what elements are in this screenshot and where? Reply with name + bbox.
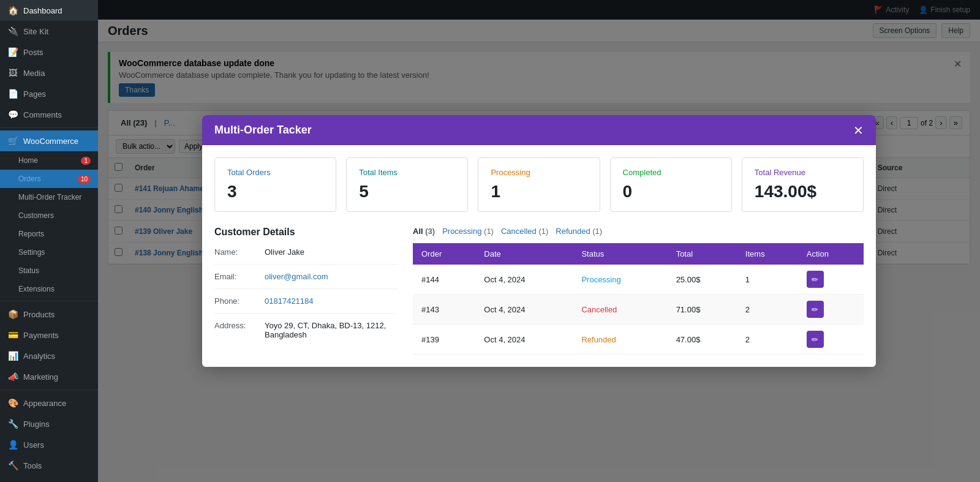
sidebar-item-label: Comments (23, 110, 62, 119)
sidebar-sub-label: Reports (18, 230, 44, 238)
sidebar-sub-label: Orders (18, 175, 41, 183)
detail-edit-button[interactable]: ✏ (807, 301, 824, 318)
detail-col-status: Status (573, 243, 667, 265)
stat-value: 1 (491, 182, 587, 201)
sidebar-item-users[interactable]: 👤 Users (0, 434, 98, 455)
customer-name-field: Name: Oliver Jake (214, 247, 398, 265)
pages-icon: 📄 (7, 88, 18, 99)
sidebar-sub-label: Multi-Order Tracker (18, 193, 81, 201)
sidebar-sub-label: Status (18, 266, 39, 275)
home-badge: 1 (81, 157, 91, 165)
detail-edit-button[interactable]: ✏ (807, 331, 824, 348)
detail-status: Processing (581, 275, 620, 284)
sidebar-item-pages[interactable]: 📄 Pages (0, 83, 98, 104)
table-row: #139 Oct 4, 2024 Refunded 47.00$ 2 ✏ (413, 325, 864, 355)
detail-col-order: Order (413, 243, 475, 265)
filter-tab-refunded[interactable]: Refunded (1) (556, 227, 602, 236)
payments-icon: 💳 (7, 329, 18, 341)
sidebar-subitem-settings[interactable]: Settings (0, 243, 98, 262)
sidebar-subitem-home[interactable]: Home 1 (0, 151, 98, 170)
phone-link[interactable]: 01817421184 (265, 296, 314, 306)
sidebar-item-products[interactable]: 📦 Products (0, 304, 98, 325)
address-value: Yoyo 29, CT, Dhaka, BD-13, 1212, Banglad… (265, 321, 398, 339)
sidebar-item-label: Plugins (23, 420, 50, 429)
sidebar-item-payments[interactable]: 💳 Payments (0, 325, 98, 345)
address-label: Address: (214, 321, 257, 339)
detail-total: 47.00$ (668, 325, 737, 355)
sidebar-item-media[interactable]: 🖼 Media (0, 62, 98, 83)
dashboard-icon: 🏠 (7, 5, 18, 16)
modal-title: Multi-Order Tacker (214, 124, 312, 137)
modal-overlay: Multi-Order Tacker ✕ Total Orders 3 Tota… (98, 0, 980, 482)
customer-phone-field: Phone: 01817421184 (214, 296, 398, 314)
sidebar-item-label: Marketing (23, 372, 58, 382)
email-link[interactable]: oliver@gmail.com (265, 272, 328, 281)
plugins-icon: 🔧 (7, 418, 18, 429)
detail-col-total: Total (668, 243, 737, 265)
sidebar-subitem-status[interactable]: Status (0, 262, 98, 280)
filter-count: (1) (484, 227, 494, 236)
filter-tab-processing[interactable]: Processing (1) (442, 227, 494, 236)
sidebar-subitem-orders[interactable]: Orders 10 (0, 170, 98, 188)
table-row: #143 Oct 4, 2024 Cancelled 71.00$ 2 ✏ (413, 295, 864, 325)
sidebar-item-label: Posts (23, 48, 43, 57)
filter-tab-all[interactable]: All (3) (413, 227, 435, 236)
modal-lower: Customer Details Name: Oliver Jake Email… (214, 227, 864, 355)
sidebar-subitem-multiorder[interactable]: Multi-Order Tracker (0, 188, 98, 206)
sitekit-icon: 🔌 (7, 26, 18, 37)
detail-status: Cancelled (581, 305, 617, 314)
orders-detail-table: Order Date Status Total Items Action (413, 243, 864, 355)
detail-items: 2 (737, 325, 798, 355)
detail-col-action: Action (798, 243, 864, 265)
email-label: Email: (214, 272, 257, 281)
sidebar-subitem-extensions[interactable]: Extensions (0, 280, 98, 298)
tools-icon: 🔨 (7, 460, 18, 471)
sidebar-subitem-customers[interactable]: Customers (0, 206, 98, 225)
detail-date: Oct 4, 2024 (475, 325, 573, 355)
filter-tab-cancelled[interactable]: Cancelled (1) (501, 227, 548, 236)
detail-total: 25.00$ (668, 265, 737, 295)
stat-total-orders: Total Orders 3 (214, 157, 336, 212)
sidebar-item-analytics[interactable]: 📊 Analytics (0, 345, 98, 366)
sidebar-item-woocommerce[interactable]: 🛒 WooCommerce (0, 130, 98, 151)
posts-icon: 📝 (7, 47, 18, 58)
sidebar-item-posts[interactable]: 📝 Posts (0, 42, 98, 62)
sidebar-item-label: Dashboard (23, 6, 62, 15)
sidebar-item-tools[interactable]: 🔨 Tools (0, 455, 98, 476)
sidebar-item-label: Site Kit (23, 27, 48, 36)
table-row: #144 Oct 4, 2024 Processing 25.00$ 1 ✏ (413, 265, 864, 295)
appearance-icon: 🎨 (7, 397, 18, 409)
sidebar-item-marketing[interactable]: 📣 Marketing (0, 366, 98, 387)
sidebar-item-sitekit[interactable]: 🔌 Site Kit (0, 21, 98, 42)
detail-date: Oct 4, 2024 (475, 295, 573, 325)
modal-close-button[interactable]: ✕ (853, 124, 864, 137)
sidebar-item-appearance[interactable]: 🎨 Appearance (0, 393, 98, 413)
sidebar-item-settings2[interactable]: ⚙ Settings (0, 476, 98, 482)
sidebar-item-plugins[interactable]: 🔧 Plugins (0, 413, 98, 434)
stat-label: Total Orders (227, 168, 323, 177)
sidebar-subitem-reports[interactable]: Reports (0, 225, 98, 243)
filter-count: (1) (538, 227, 548, 236)
detail-col-items: Items (737, 243, 798, 265)
products-icon: 📦 (7, 309, 18, 320)
sidebar-item-label: Analytics (23, 352, 55, 361)
sidebar-item-label: Tools (23, 461, 42, 470)
sidebar-item-label: Payments (23, 331, 59, 340)
name-label: Name: (214, 247, 257, 257)
sidebar-item-comments[interactable]: 💬 Comments (0, 104, 98, 125)
sidebar-item-label: Pages (23, 89, 46, 99)
customer-section: Customer Details Name: Oliver Jake Email… (214, 227, 398, 355)
stat-label: Processing (491, 168, 587, 177)
sidebar-item-label: Products (23, 310, 55, 319)
sidebar-item-dashboard[interactable]: 🏠 Dashboard (0, 0, 98, 21)
stat-value: 5 (359, 182, 455, 201)
filter-count: (3) (425, 227, 435, 236)
stat-completed: Completed 0 (610, 157, 732, 212)
stat-value: 3 (227, 182, 323, 201)
orders-detail-section: All (3) Processing (1) Cancelled (1) Ref… (413, 227, 864, 355)
analytics-icon: 📊 (7, 350, 18, 361)
detail-edit-button[interactable]: ✏ (807, 271, 824, 288)
detail-status: Refunded (581, 335, 616, 344)
detail-date: Oct 4, 2024 (475, 265, 573, 295)
name-value: Oliver Jake (265, 247, 304, 257)
